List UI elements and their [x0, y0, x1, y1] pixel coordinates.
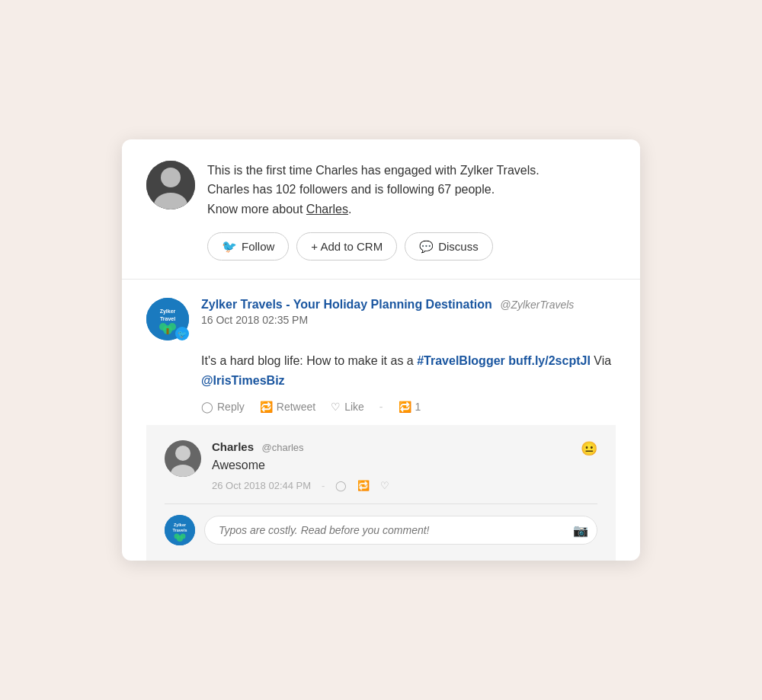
reply-time: 26 Oct 2018 02:44 PM [212, 480, 311, 491]
svg-point-8 [168, 323, 176, 331]
tweet-body-suffix: Via [591, 354, 611, 367]
charles-reply-avatar [165, 440, 201, 477]
reply-comment-icon[interactable]: ◯ [335, 480, 347, 491]
like-action[interactable]: ♡ Like [331, 401, 364, 413]
tweet-time: 16 Oct 2018 02:35 PM [201, 314, 616, 326]
reply-row: Charles @charles Awesome 26 Oct 2018 02:… [165, 440, 597, 491]
svg-text:Zylker: Zylker [160, 308, 176, 315]
tweet-handle: @ZylkerTravels [500, 299, 574, 311]
tweet-body: It's a hard blog life: How to make it as… [146, 351, 616, 390]
info-period: . [348, 203, 351, 216]
retweet-icon: 🔁 [260, 401, 273, 413]
reply-user-handle: @charles [261, 442, 303, 453]
reply-icon: ◯ [201, 401, 213, 413]
discuss-label: Discuss [438, 240, 479, 253]
tweet-meta: Zylker Travels - Your Holiday Planning D… [201, 298, 616, 326]
tweet-body-prefix: It's a hard blog life: How to make it as… [201, 354, 417, 367]
reply-divider [165, 503, 597, 504]
like-icon: ♡ [331, 401, 341, 413]
retweet-label: Retweet [277, 401, 315, 413]
charles-avatar [146, 161, 195, 209]
svg-text:Travels: Travels [173, 528, 187, 532]
tweet-section: Zylker Travel 🐦 Zylker Travels - Your Ho… [122, 280, 640, 561]
reply-action[interactable]: ◯ Reply [201, 401, 245, 413]
compose-row: Zylker Travels 📷 [165, 515, 597, 545]
reply-user-name: Charles [212, 440, 254, 453]
info-prefix: Know more about [207, 203, 306, 216]
svg-rect-9 [167, 328, 169, 334]
charles-link[interactable]: Charles [306, 203, 348, 216]
discuss-icon: 💬 [419, 240, 434, 254]
rt-count: 🔁 1 [399, 401, 421, 413]
user-info-text: This is the first time Charles has engag… [207, 161, 539, 219]
tweet-link[interactable]: buff.ly/2scptJI [508, 354, 591, 367]
action-separator: - [379, 401, 383, 413]
discuss-button[interactable]: 💬 Discuss [405, 232, 493, 261]
rt-icon: 🔁 [399, 401, 411, 413]
svg-point-18 [181, 534, 186, 539]
retweet-action[interactable]: 🔁 Retweet [260, 401, 315, 413]
rt-count-value: 1 [415, 401, 421, 413]
user-info-section: This is the first time Charles has engag… [122, 139, 640, 280]
reply-retweet-icon[interactable]: 🔁 [357, 480, 370, 491]
svg-point-17 [174, 534, 180, 539]
tweet-hashtag[interactable]: #TravelBlogger [417, 354, 505, 367]
compose-wrapper: 📷 [204, 516, 597, 545]
compose-zylker-avatar: Zylker Travels [165, 515, 195, 545]
reply-name-row: Charles @charles [212, 440, 570, 454]
add-to-crm-button[interactable]: + Add to CRM [296, 232, 397, 261]
camera-icon[interactable]: 📷 [573, 523, 588, 538]
info-line-1: This is the first time Charles has engag… [207, 161, 539, 181]
tweet-header: Zylker Travel 🐦 Zylker Travels - Your Ho… [146, 298, 616, 340]
tweet-account-name: Zylker Travels - Your Holiday Planning D… [201, 298, 492, 311]
reply-time-row: 26 Oct 2018 02:44 PM - ◯ 🔁 ♡ [212, 480, 570, 491]
twitter-icon: 🐦 [222, 239, 237, 254]
svg-text:Zylker: Zylker [174, 523, 187, 527]
follow-button[interactable]: 🐦 Follow [207, 232, 289, 261]
svg-text:Travel: Travel [160, 316, 175, 321]
svg-point-7 [159, 323, 167, 331]
tweet-account-name-row: Zylker Travels - Your Holiday Planning D… [201, 298, 616, 312]
reply-section: Charles @charles Awesome 26 Oct 2018 02:… [146, 425, 616, 561]
info-line-3: Know more about Charles. [207, 200, 539, 219]
reply-like-icon[interactable]: ♡ [380, 480, 389, 491]
reply-content: Charles @charles Awesome 26 Oct 2018 02:… [212, 440, 570, 491]
info-line-2: Charles has 102 followers and is followi… [207, 180, 539, 200]
svg-point-1 [161, 168, 181, 187]
tweet-actions: ◯ Reply 🔁 Retweet ♡ Like - 🔁 1 [146, 401, 616, 425]
zylker-avatar-wrapper: Zylker Travel 🐦 [146, 298, 189, 340]
main-card: This is the first time Charles has engag… [122, 139, 640, 561]
follow-label: Follow [242, 240, 274, 253]
reply-label: Reply [217, 401, 245, 413]
add-to-crm-label: + Add to CRM [311, 240, 383, 253]
action-buttons: 🐦 Follow + Add to CRM 💬 Discuss [207, 232, 616, 261]
tweet-mention[interactable]: @IrisTimesBiz [201, 374, 285, 387]
svg-point-11 [175, 446, 190, 461]
reply-text: Awesome [212, 459, 570, 472]
sentiment-icon[interactable]: 😐 [581, 440, 597, 457]
compose-input[interactable] [204, 516, 597, 545]
like-label: Like [344, 401, 364, 413]
